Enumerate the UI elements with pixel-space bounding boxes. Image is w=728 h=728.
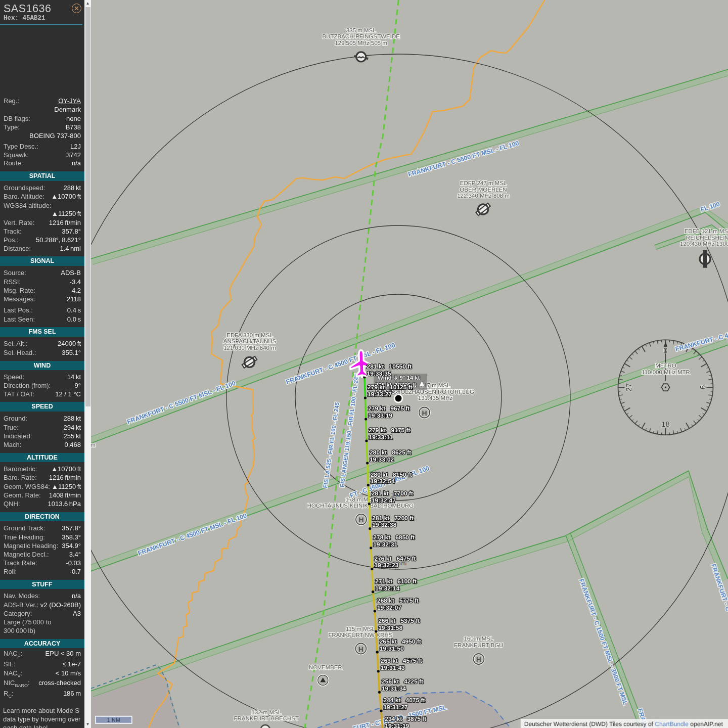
svg-text:18: 18 <box>661 420 670 429</box>
svg-text:27: 27 <box>624 383 633 392</box>
svg-text:279 kt 9675 ft: 279 kt 9675 ft <box>368 405 410 412</box>
svg-text:281 kt 10550 ft: 281 kt 10550 ft <box>367 363 412 370</box>
svg-text:H: H <box>422 409 427 417</box>
svg-text:131.435 MHz: 131.435 MHz <box>418 395 453 401</box>
svg-text:279 kt 9175 ft: 279 kt 9175 ft <box>369 427 410 434</box>
svg-text:H: H <box>358 645 363 653</box>
svg-text:19:32:47: 19:32:47 <box>372 496 396 504</box>
svg-text:HOCHTAUNUS-KLINIK BAD HOMBURG: HOCHTAUNUS-KLINIK BAD HOMBURG <box>307 503 414 509</box>
svg-text:m: m <box>91 442 96 448</box>
svg-text:19:32:54: 19:32:54 <box>371 478 395 485</box>
svg-text:268 kt 5775 ft: 268 kt 5775 ft <box>377 597 419 604</box>
svg-text:FRANKFURT HOECHST: FRANKFURT HOECHST <box>234 716 299 722</box>
svg-text:0: 0 <box>663 346 667 355</box>
svg-text:19:33:11: 19:33:11 <box>369 434 393 441</box>
svg-text:244 kt 4075 ft: 244 kt 4075 ft <box>383 697 425 704</box>
svg-text:19:33:19: 19:33:19 <box>368 412 392 419</box>
svg-text:160 m MSL: 160 m MSL <box>464 636 493 642</box>
svg-text:19:32:31: 19:32:31 <box>373 541 397 548</box>
svg-text:234 kt 3875 ft: 234 kt 3875 ft <box>385 715 426 722</box>
svg-text:280 kt 8150 ft: 280 kt 8150 ft <box>371 471 412 478</box>
svg-text:19:33:35: 19:33:35 <box>367 370 391 377</box>
svg-text:METRO: METRO <box>655 363 676 369</box>
svg-text:19:31:27: 19:31:27 <box>383 704 407 711</box>
svg-text:ANSPACH/TAUNUS: ANSPACH/TAUNUS <box>223 339 277 345</box>
svg-text:19:31:19: 19:31:19 <box>385 722 409 728</box>
svg-text:115 m MSL: 115 m MSL <box>346 626 376 632</box>
svg-text:281 kt 7700 ft: 281 kt 7700 ft <box>372 490 413 497</box>
svg-text:Deutscher Wetterdienst (DWD) T: Deutscher Wetterdienst (DWD) Tiles court… <box>524 720 723 727</box>
svg-text:19:33:02: 19:33:02 <box>370 456 394 463</box>
svg-text:19:32:23: 19:32:23 <box>374 562 398 569</box>
svg-text:19:32:38: 19:32:38 <box>372 521 396 528</box>
svg-text:120.430 MHz 1300 m: 120.430 MHz 1300 m <box>680 241 728 247</box>
svg-text:335 m MSL: 335 m MSL <box>346 27 376 33</box>
svg-text:271 kt 6100 ft: 271 kt 6100 ft <box>375 578 417 585</box>
svg-text:NOVEMBER: NOVEMBER <box>309 665 342 671</box>
svg-text:19:31:43: 19:31:43 <box>381 664 405 671</box>
svg-text:129.505 MHz 505 m: 129.505 MHz 505 m <box>335 40 387 47</box>
svg-text:19:31:58: 19:31:58 <box>378 624 402 631</box>
svg-text:REICHELSHEIM: REICHELSHEIM <box>686 235 728 241</box>
svg-text:EDFB 121 m MSL: EDFB 121 m MSL <box>685 229 728 235</box>
svg-text:OBER-MOERLEN: OBER-MOERLEN <box>460 187 507 193</box>
svg-text:1 NM: 1 NM <box>107 717 120 723</box>
svg-text:19:31:34: 19:31:34 <box>382 685 406 692</box>
svg-text:19:33:27: 19:33:27 <box>368 391 392 398</box>
svg-text:BUTZBACH-PFINGSTWEIDE: BUTZBACH-PFINGSTWEIDE <box>323 34 400 40</box>
svg-text:256 kt 4225 ft: 256 kt 4225 ft <box>382 678 423 685</box>
svg-text:263 kt 4575 ft: 263 kt 4575 ft <box>381 657 422 664</box>
svg-text:110.000 MHz MTR: 110.000 MHz MTR <box>642 370 690 376</box>
svg-text:19:31:50: 19:31:50 <box>380 645 404 652</box>
svg-text:19:32:14: 19:32:14 <box>375 584 399 592</box>
svg-text:9: 9 <box>698 385 706 389</box>
svg-text:280 kt 8625 ft: 280 kt 8625 ft <box>370 449 411 456</box>
svg-text:FRANKFURT BGU: FRANKFURT BGU <box>454 643 503 649</box>
svg-text:H: H <box>358 516 363 524</box>
svg-text:EDFP 247 m MSL: EDFP 247 m MSL <box>460 180 507 187</box>
svg-text:281 kt 7200 ft: 281 kt 7200 ft <box>372 515 414 522</box>
svg-text:EDFA 330 m MSL: EDFA 330 m MSL <box>226 332 273 338</box>
svg-text:121.030 MHz 640 m: 121.030 MHz 640 m <box>223 345 276 351</box>
svg-text:266 kt 5375 ft: 266 kt 5375 ft <box>378 617 420 624</box>
svg-text:132 m MSL: 132 m MSL <box>251 709 281 715</box>
svg-text:H: H <box>476 655 481 663</box>
svg-text:279 kt 10125 ft: 279 kt 10125 ft <box>368 384 413 391</box>
svg-text:278 kt 6850 ft: 278 kt 6850 ft <box>373 534 415 541</box>
svg-text:122.340 MHz 808 m: 122.340 MHz 808 m <box>457 193 510 199</box>
svg-text:276 kt 6475 ft: 276 kt 6475 ft <box>374 555 416 562</box>
svg-text:265 kt 4950 ft: 265 kt 4950 ft <box>380 638 421 645</box>
svg-text:19:32:07: 19:32:07 <box>377 604 401 611</box>
